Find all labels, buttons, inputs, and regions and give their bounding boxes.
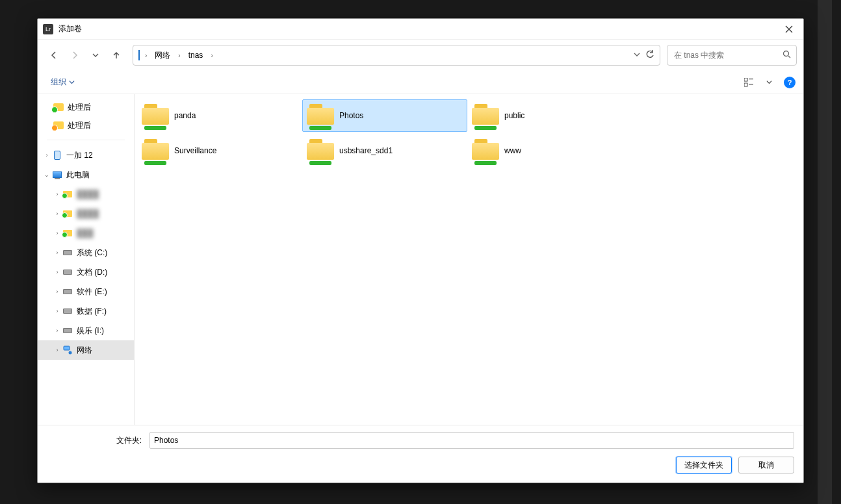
organize-label: 组织 [51,77,66,88]
organize-button[interactable]: 组织 [45,74,80,90]
folder-icon [62,189,73,199]
tree-item-label: ████ [77,190,99,199]
app-panel-edge [818,0,832,504]
drive-icon [62,286,73,297]
help-button[interactable]: ? [784,77,796,88]
breadcrumb-network[interactable]: 网络 [152,49,173,62]
expand-icon[interactable]: ⌄ [42,171,52,178]
svg-point-0 [784,51,789,57]
drive-icon [62,325,73,336]
tree-item-label: 软件 (E:) [77,286,107,297]
quick-access-item[interactable]: 处理后 [38,116,134,134]
tree-item[interactable]: ›软件 (E:) [38,282,134,301]
close-button[interactable] [780,20,798,38]
expand-icon[interactable]: › [52,210,62,217]
tree-item-label: 一加 12 [66,150,93,161]
expand-icon[interactable]: › [52,347,62,353]
view-options-button[interactable] [740,73,759,92]
search-input[interactable] [673,50,780,60]
refresh-icon [645,50,654,59]
tree-item-label: 此电脑 [66,170,90,181]
tree-item[interactable]: ›系统 (C:) [38,243,134,262]
expand-icon[interactable]: › [52,327,62,334]
recent-locations-button[interactable] [86,45,105,65]
navigation-pane[interactable]: 处理后处理后 ›一加 12⌄此电脑›████›████›███›系统 (C:)›… [38,94,135,425]
folder-icon [53,121,64,129]
chevron-down-icon [634,51,640,58]
folder-item[interactable]: www [467,134,632,167]
close-icon [785,25,793,33]
folder-icon [62,208,73,219]
network-icon [62,345,73,355]
breadcrumb-tnas[interactable]: tnas [186,49,206,61]
address-bar[interactable]: › 网络 › tnas › [133,45,660,66]
tree-item-label: 数据 (F:) [77,306,107,317]
tree-item-label: 文档 (D:) [77,267,107,278]
address-dropdown-button[interactable] [634,51,640,60]
tree-item[interactable]: ›████ [38,184,134,204]
tree-item[interactable]: ›一加 12 [38,145,134,165]
expand-icon[interactable]: › [52,269,62,275]
folder-item-label: www [504,146,521,155]
folder-item-label: public [504,111,524,120]
tree-item[interactable]: ›文档 (D:) [38,262,134,282]
tree-item[interactable]: ›████ [38,204,134,223]
expand-icon[interactable]: › [52,191,62,197]
svg-point-6 [69,351,72,355]
tree-item[interactable]: ›███ [38,223,134,243]
app-icon: Lr [43,24,53,34]
cancel-button[interactable]: 取消 [738,457,794,473]
search-box[interactable] [667,45,797,66]
view-dropdown-button[interactable] [759,73,779,92]
folder-item-label: Surveillance [174,146,216,155]
expand-icon[interactable]: › [52,308,62,314]
chevron-down-icon [92,52,99,58]
quick-access-item[interactable]: 处理后 [38,98,134,116]
network-folder-icon [142,139,169,162]
refresh-button[interactable] [645,50,654,61]
nav-row: › 网络 › tnas › [38,40,803,71]
arrow-right-icon [70,51,79,60]
drive-icon [62,306,73,316]
expand-icon[interactable]: › [52,288,62,295]
select-folder-button[interactable]: 选择文件夹 [676,457,732,473]
tree-item-label: ███ [77,229,94,238]
folder-icon [53,103,64,111]
svg-rect-1 [744,78,747,81]
drive-icon [62,267,73,277]
phone-icon [52,150,62,160]
back-button[interactable] [44,45,64,65]
network-folder-icon [472,139,499,162]
folder-label: 文件夹: [47,435,144,446]
svg-rect-2 [749,79,753,79]
dialog-body: 处理后处理后 ›一加 12⌄此电脑›████›████›███›系统 (C:)›… [38,94,803,425]
folder-item[interactable]: public [467,99,632,132]
folder-item[interactable]: panda [137,99,302,132]
arrow-up-icon [112,51,121,60]
quick-access-label: 处理后 [68,102,91,113]
folder-icon [62,228,73,238]
folder-item[interactable]: usbshare_sdd1 [302,134,467,167]
folder-content-pane[interactable]: pandaPhotospublicSurveillanceusbshare_sd… [135,94,803,425]
sidebar-separator [47,140,125,140]
tree-item[interactable]: ›娱乐 (I:) [38,321,134,340]
folder-item[interactable]: Photos [302,99,467,132]
up-button[interactable] [107,45,126,65]
breadcrumb-separator-icon: › [142,52,149,59]
expand-icon[interactable]: › [42,152,52,158]
window-title: 添加卷 [58,23,780,34]
tree-item-label: 娱乐 (I:) [77,325,104,336]
computer-icon [52,170,62,180]
forward-button[interactable] [65,45,84,65]
tree-item[interactable]: ⌄此电脑 [38,165,134,184]
expand-icon[interactable]: › [52,230,62,236]
expand-icon[interactable]: › [52,249,62,256]
tree-item[interactable]: ›数据 (F:) [38,301,134,321]
tree-item[interactable]: ›网络 [38,340,134,360]
folder-picker-dialog: Lr 添加卷 › 网络 › tnas › [37,18,804,483]
quick-access-label: 处理后 [68,120,91,131]
folder-name-input[interactable] [149,432,794,449]
folder-item[interactable]: Surveillance [137,134,302,167]
dialog-footer: 文件夹: 选择文件夹 取消 [38,425,803,483]
folder-item-label: usbshare_sdd1 [339,146,393,155]
